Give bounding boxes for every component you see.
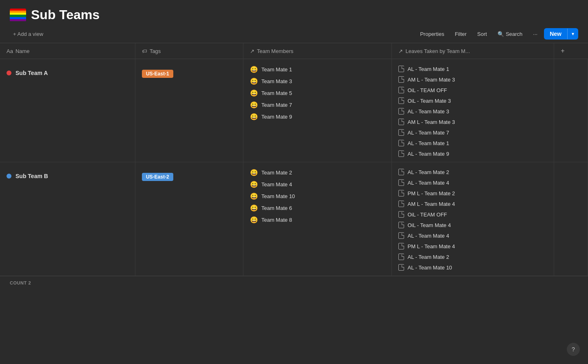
leave-item[interactable]: OiL - TEAM OFF bbox=[398, 87, 547, 93]
member-item[interactable]: 😀Team Mate 8 bbox=[250, 216, 385, 224]
more-button[interactable]: ··· bbox=[529, 29, 542, 39]
new-button[interactable]: New bbox=[544, 28, 567, 40]
leave-name: AL - Team Mate 1 bbox=[407, 66, 449, 72]
member-emoji: 😀 bbox=[250, 192, 258, 200]
col-header-add[interactable]: + bbox=[554, 43, 588, 59]
extra-cell bbox=[554, 162, 588, 276]
col-header-name: Aa Name bbox=[0, 43, 135, 59]
member-name: Team Mate 7 bbox=[261, 102, 292, 108]
leave-item[interactable]: AM L - Team Mate 3 bbox=[398, 119, 547, 125]
add-view-button[interactable]: + Add a view bbox=[10, 29, 46, 39]
members-cell-sub-team-b: 😀Team Mate 2😀Team Mate 4😀Team Mate 10😀Te… bbox=[243, 162, 392, 276]
member-emoji: 😀 bbox=[250, 169, 258, 176]
leave-item[interactable]: OiL - TEAM OFF bbox=[398, 211, 547, 218]
leave-item[interactable]: AL - Team Mate 9 bbox=[398, 150, 547, 157]
member-name: Team Mate 1 bbox=[261, 66, 292, 73]
member-item[interactable]: 😀Team Mate 10 bbox=[250, 192, 385, 200]
member-item[interactable]: 😀Team Mate 2 bbox=[250, 169, 385, 176]
leave-name: PM L - Team Mate 2 bbox=[407, 190, 455, 196]
name-cell-sub-team-b[interactable]: Sub Team B bbox=[0, 162, 135, 276]
table-container: Aa Name 🏷 Tags ↗ Team Members bbox=[0, 43, 588, 350]
doc-icon bbox=[398, 243, 404, 249]
count-bar: COUNT 2 bbox=[0, 276, 588, 289]
table-row: Sub Team B US-East-2😀Team Mate 2😀Team Ma… bbox=[0, 162, 588, 276]
leave-name: AM L - Team Mate 4 bbox=[407, 201, 455, 207]
member-item[interactable]: 😀Team Mate 3 bbox=[250, 77, 385, 85]
col-header-leaves: ↗ Leaves Taken by Team M... bbox=[392, 43, 554, 59]
doc-icon bbox=[398, 190, 404, 196]
leave-name: AM L - Team Mate 3 bbox=[407, 119, 455, 125]
member-item[interactable]: 😀Team Mate 9 bbox=[250, 113, 385, 121]
tags-cell-sub-team-a: US-East-1 bbox=[135, 59, 243, 162]
team-name: Sub Team A bbox=[15, 70, 48, 76]
leave-item[interactable]: AM L - Team Mate 4 bbox=[398, 201, 547, 207]
member-item[interactable]: 😀Team Mate 4 bbox=[250, 181, 385, 188]
leave-item[interactable]: AL - Team Mate 10 bbox=[398, 264, 547, 271]
new-button-group: New ▾ bbox=[544, 28, 578, 40]
leave-item[interactable]: AL - Team Mate 1 bbox=[398, 140, 547, 146]
leave-name: AL - Team Mate 7 bbox=[407, 130, 449, 136]
leave-item[interactable]: PM L - Team Mate 2 bbox=[398, 190, 547, 196]
member-item[interactable]: 😀Team Mate 1 bbox=[250, 66, 385, 73]
leave-name: AM L - Team Mate 3 bbox=[407, 77, 455, 83]
search-icon: 🔍 bbox=[497, 31, 504, 37]
leave-item[interactable]: AL - Team Mate 2 bbox=[398, 254, 547, 260]
member-item[interactable]: 😀Team Mate 6 bbox=[250, 204, 385, 212]
doc-icon bbox=[398, 211, 404, 218]
doc-icon bbox=[398, 66, 404, 72]
doc-icon bbox=[398, 169, 404, 175]
doc-icon bbox=[398, 264, 404, 271]
leave-item[interactable]: AL - Team Mate 3 bbox=[398, 108, 547, 115]
leave-item[interactable]: AL - Team Mate 4 bbox=[398, 232, 547, 239]
leaves-cell-sub-team-b: AL - Team Mate 2AL - Team Mate 4PM L - T… bbox=[392, 162, 554, 276]
properties-button[interactable]: Properties bbox=[416, 29, 448, 39]
leave-name: AL - Team Mate 2 bbox=[407, 254, 449, 260]
leave-name: OiL - Team Mate 3 bbox=[407, 98, 451, 104]
doc-icon bbox=[398, 129, 404, 136]
new-dropdown-arrow[interactable]: ▾ bbox=[567, 29, 578, 39]
extra-cell bbox=[554, 59, 588, 162]
member-item[interactable]: 😀Team Mate 7 bbox=[250, 101, 385, 109]
member-name: Team Mate 6 bbox=[261, 205, 292, 211]
member-emoji: 😀 bbox=[250, 101, 258, 109]
leave-name: AL - Team Mate 4 bbox=[407, 233, 449, 239]
filter-button[interactable]: Filter bbox=[451, 29, 471, 39]
tags-cell-sub-team-b: US-East-2 bbox=[135, 162, 243, 276]
col-header-members: ↗ Team Members bbox=[243, 43, 392, 59]
leave-item[interactable]: AM L - Team Mate 3 bbox=[398, 76, 547, 83]
leave-item[interactable]: AL - Team Mate 2 bbox=[398, 169, 547, 175]
leave-item[interactable]: AL - Team Mate 1 bbox=[398, 66, 547, 72]
leave-item[interactable]: OiL - Team Mate 3 bbox=[398, 97, 547, 104]
sort-button[interactable]: Sort bbox=[473, 29, 491, 39]
doc-icon bbox=[398, 150, 404, 157]
name-cell-sub-team-a[interactable]: Sub Team A bbox=[0, 59, 135, 162]
search-button[interactable]: 🔍 Search bbox=[493, 29, 526, 39]
leave-name: OiL - TEAM OFF bbox=[407, 212, 447, 218]
help-button[interactable]: ? bbox=[567, 343, 580, 356]
member-emoji: 😀 bbox=[250, 66, 258, 73]
leave-item[interactable]: PM L - Team Mate 4 bbox=[398, 243, 547, 249]
leave-item[interactable]: AL - Team Mate 7 bbox=[398, 129, 547, 136]
arrow-col-icon-2: ↗ bbox=[398, 48, 403, 54]
doc-icon bbox=[398, 222, 404, 228]
leave-name: AL - Team Mate 4 bbox=[407, 180, 449, 186]
member-name: Team Mate 5 bbox=[261, 90, 292, 96]
col-header-tags: 🏷 Tags bbox=[135, 43, 243, 59]
main-table: Aa Name 🏷 Tags ↗ Team Members bbox=[0, 43, 588, 276]
member-name: Team Mate 10 bbox=[261, 193, 295, 199]
toolbar: + Add a view Properties Filter Sort 🔍 Se… bbox=[0, 26, 588, 43]
leave-item[interactable]: AL - Team Mate 4 bbox=[398, 179, 547, 186]
member-emoji: 😀 bbox=[250, 113, 258, 121]
leave-name: OiL - TEAM OFF bbox=[407, 87, 447, 93]
member-item[interactable]: 😀Team Mate 5 bbox=[250, 89, 385, 97]
leave-name: AL - Team Mate 10 bbox=[407, 265, 452, 271]
add-column-icon[interactable]: + bbox=[561, 47, 564, 54]
doc-icon bbox=[398, 179, 404, 186]
tag-badge[interactable]: US-East-1 bbox=[142, 70, 173, 78]
doc-icon bbox=[398, 254, 404, 260]
leave-item[interactable]: OiL - Team Mate 4 bbox=[398, 222, 547, 228]
doc-icon bbox=[398, 97, 404, 104]
status-dot bbox=[7, 71, 11, 75]
tag-badge[interactable]: US-East-2 bbox=[142, 173, 173, 181]
members-cell-sub-team-a: 😀Team Mate 1😀Team Mate 3😀Team Mate 5😀Tea… bbox=[243, 59, 392, 162]
